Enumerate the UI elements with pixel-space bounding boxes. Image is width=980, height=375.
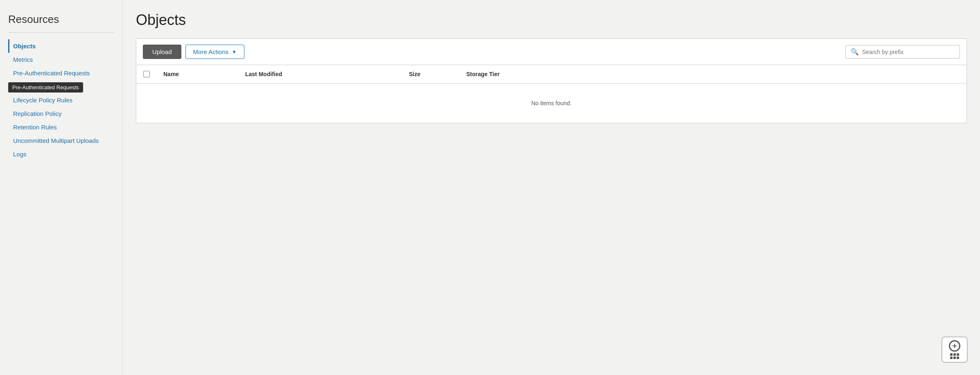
sidebar-item-replication-policy[interactable]: Replication Policy (8, 107, 114, 120)
sidebar-item-retention-link[interactable]: Retention Rules (13, 124, 57, 131)
sidebar-nav: Objects Metrics Pre-Authenticated Reques… (8, 39, 114, 161)
help-dot-6 (957, 357, 959, 359)
main-content: Objects Upload More Actions ▼ 🔍 (123, 0, 980, 375)
search-icon: 🔍 (851, 48, 859, 56)
sidebar-item-lifecycle-link[interactable]: Lifecycle Policy Rules (13, 97, 72, 104)
sidebar-item-lifecycle-policy-rules[interactable]: Lifecycle Policy Rules (8, 93, 114, 107)
sidebar-divider (8, 32, 114, 33)
toolbar: Upload More Actions ▼ 🔍 (136, 38, 967, 65)
sidebar-title: Resources (8, 13, 114, 26)
help-dot-2 (953, 353, 956, 356)
sidebar-item-uncommitted-link[interactable]: Uncommitted Multipart Uploads (13, 137, 99, 144)
objects-table-container: Name Last Modified Size Storage Tier No … (136, 65, 967, 123)
name-column-header: Name (157, 65, 239, 84)
objects-table: Name Last Modified Size Storage Tier No … (136, 65, 966, 123)
search-box: 🔍 (845, 45, 960, 59)
sidebar-item-logs[interactable]: Logs (8, 147, 114, 161)
checkbox-column-header (136, 65, 157, 84)
help-dot-4 (950, 357, 953, 359)
select-all-checkbox[interactable] (143, 71, 150, 77)
help-dots (950, 353, 959, 359)
help-dot-5 (953, 357, 956, 359)
sidebar-item-replication-link[interactable]: Replication Policy (13, 110, 61, 117)
page-title: Objects (136, 11, 967, 29)
size-column-header: Size (402, 65, 460, 84)
no-items-row: No items found. (136, 84, 966, 123)
sidebar-item-uncommitted-multipart[interactable]: Uncommitted Multipart Uploads (8, 134, 114, 147)
more-actions-button[interactable]: More Actions ▼ (185, 45, 245, 59)
help-dot-1 (950, 353, 953, 356)
sidebar-item-logs-link[interactable]: Logs (13, 151, 27, 158)
more-actions-label: More Actions (193, 48, 229, 55)
help-icon (949, 340, 960, 352)
upload-button[interactable]: Upload (143, 45, 181, 59)
help-button[interactable] (942, 337, 968, 363)
toolbar-left: Upload More Actions ▼ (143, 45, 244, 59)
sidebar-item-pre-authenticated-requests[interactable]: Pre-Authenticated Requests Pre-Authentic… (8, 66, 114, 80)
last-modified-column-header: Last Modified (239, 65, 402, 84)
no-items-message: No items found. (136, 84, 966, 123)
sidebar-item-pre-auth-link[interactable]: Pre-Authenticated Requests (13, 70, 90, 77)
pre-auth-tooltip: Pre-Authenticated Requests (8, 82, 83, 93)
sidebar-item-metrics[interactable]: Metrics (8, 53, 114, 66)
help-dot-3 (957, 353, 959, 356)
storage-tier-column-header: Storage Tier (460, 65, 966, 84)
sidebar-item-retention-rules[interactable]: Retention Rules (8, 120, 114, 134)
sidebar-item-metrics-link[interactable]: Metrics (13, 56, 33, 63)
table-header-row: Name Last Modified Size Storage Tier (136, 65, 966, 84)
dropdown-arrow-icon: ▼ (232, 49, 237, 55)
sidebar: Resources Objects Metrics Pre-Authentica… (0, 0, 123, 375)
sidebar-item-objects-link[interactable]: Objects (13, 43, 36, 50)
search-input[interactable] (862, 49, 955, 55)
sidebar-item-objects[interactable]: Objects (8, 39, 114, 53)
